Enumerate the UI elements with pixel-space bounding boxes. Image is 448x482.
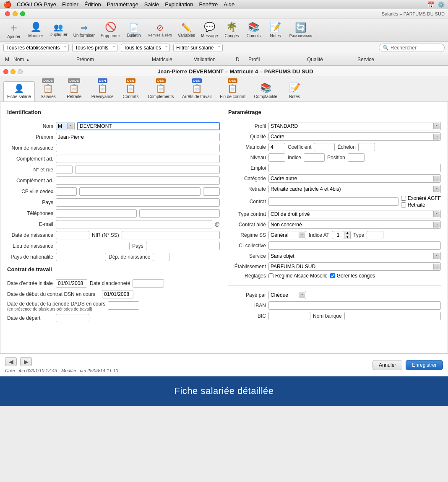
settings-icon[interactable]: ⚙️ [438,1,445,8]
tab-complements[interactable]: DSN 📋 Compléments [144,76,178,101]
tab-comptabilite[interactable]: 📚 Comptabilité [250,80,281,101]
tab-salaires[interactable]: DADS 📋 Salaires [36,76,61,101]
pays-naissance-input[interactable] [146,242,220,250]
tel1-input[interactable] [56,209,137,218]
nrue-num-input[interactable] [56,166,73,174]
pays-input[interactable] [56,198,220,207]
categorie-select[interactable]: Cadre autre [268,174,441,183]
niveau-input[interactable] [268,153,285,162]
menu-saisie[interactable]: Saisie [144,1,159,8]
date-dsn-input[interactable] [102,290,133,298]
c-collective-input[interactable] [268,241,441,250]
nationalite-input[interactable] [56,253,106,261]
service-select[interactable]: Sans objet [268,252,441,260]
tab-prevoyance[interactable]: DSN 📋 Prévoyance [88,76,117,101]
ville-input[interactable] [79,187,201,196]
complement-ad1-input[interactable] [56,155,220,163]
tel2-input[interactable] [139,209,220,218]
calendar-icon[interactable]: 📅 [427,1,434,8]
save-button[interactable]: Enregistrer [406,360,443,370]
nom-input[interactable] [77,122,220,130]
emploi-input[interactable] [268,164,441,172]
profil-select[interactable]: STANDARD [268,122,441,130]
tab-retraite[interactable]: DADS 📋 Retraite [62,76,87,101]
nrue-input[interactable] [75,166,220,174]
search-box[interactable]: 🔍 [379,44,445,52]
prenom-input[interactable] [56,133,220,141]
etablissement-param-select[interactable]: PARFUMS DU SUD [268,262,441,271]
menu-edition[interactable]: Édition [84,1,101,8]
salaries-filter[interactable]: Tous les salariés [121,44,170,52]
toolbar-variables[interactable]: ✏️ Variables [175,22,198,39]
retraite-select[interactable]: Retraite cadre (article 4 et 4bis) [268,185,441,193]
col-nom[interactable]: Nom ▲ [12,56,75,63]
toolbar-remise[interactable]: ⊘ Remise à zéro [145,22,175,38]
profil-select[interactable]: Tous les profils [72,44,117,52]
date-anciennete-input[interactable] [133,279,164,288]
tab-notes[interactable]: 📝 Notes [282,80,307,101]
bic-input[interactable] [268,312,310,320]
minimize-button[interactable] [13,11,18,16]
filtrer-filter[interactable]: Filtrer sur salarié [173,44,223,52]
matricule-input[interactable] [268,143,285,151]
cancel-button[interactable]: Annuler [372,360,402,370]
toolbar-conges[interactable]: 🌴 Congés [221,21,242,39]
menu-fenetre[interactable]: Fenêtre [199,1,218,8]
employee-close[interactable] [3,69,8,74]
toolbar-supprimer[interactable]: 🚫 Supprimer [98,21,122,39]
type-contrat-select[interactable]: CDI de droit privé [268,210,441,218]
search-input[interactable] [391,45,441,51]
toolbar-message[interactable]: 💬 Message [198,21,221,39]
cedex-input[interactable] [203,187,220,196]
nom-banque-input[interactable] [344,312,441,320]
employee-maximize[interactable] [18,69,23,74]
menu-parametrage[interactable]: Paramétrage [107,1,138,8]
lieu-naissance-input[interactable] [56,242,130,250]
filtrer-select[interactable]: Filtrer sur salarié [173,44,223,52]
exonere-agff-check[interactable] [401,196,406,201]
apple-menu[interactable]: 🍎 [3,0,12,8]
toolbar-cumuls[interactable]: 📚 Cumuls [243,21,264,39]
tab-fiche-salarie[interactable]: 👤 Fiche salarié [3,81,35,101]
paye-par-select[interactable]: Chèque [268,291,306,299]
tab-fin-contrat[interactable]: DSN 📋 Fin de contrat [216,76,249,101]
type-at-input[interactable] [367,231,383,239]
tab-contrats[interactable]: DSN 📋 Contrats [118,76,143,101]
toolbar-notes[interactable]: 📝 Notes [265,21,286,39]
toolbar-ajouter[interactable]: ＋ Ajouter [3,20,24,40]
toolbar-dupliquer[interactable]: 👥 Dupliquer [47,22,70,38]
etablissement-select[interactable]: Tous les établissements [3,44,69,52]
indice-at-input[interactable] [332,231,344,239]
toolbar-bulletin[interactable]: 📄 Bulletin [123,22,144,39]
toolbar-uniformiser[interactable]: ⇒ Uniformiser [71,22,97,39]
toolbar-modifier[interactable]: 👤 Modifier [25,21,46,39]
indice-at-up[interactable]: ▲ [344,231,350,235]
dep-naissance-input[interactable] [153,253,169,261]
tab-arrets[interactable]: DSN 📋 Arrêts de travail [178,76,215,101]
nav-next[interactable]: ▶ [20,357,32,366]
menu-fichier[interactable]: Fichier [62,1,78,8]
coefficient-input[interactable] [314,143,335,151]
date-depart-input[interactable] [56,314,89,322]
date-dads-input[interactable] [108,301,139,310]
nom-naissance-input[interactable] [56,144,220,152]
echelon-input[interactable] [358,143,375,151]
cp-input[interactable] [56,187,77,196]
gerer-conges-check[interactable] [330,273,335,278]
close-button[interactable] [5,11,10,16]
salaries-select[interactable]: Tous les salariés [121,44,170,52]
position-input[interactable] [348,153,365,162]
toolbar-paie[interactable]: 🔄 Paie inversée [287,21,315,39]
indice-input[interactable] [304,153,325,162]
etablissement-filter[interactable]: Tous les établissements [3,44,69,52]
iban-input[interactable] [268,301,441,310]
contrat-aide-select[interactable]: Non concerné [268,220,441,229]
regime-alsace-check[interactable] [268,273,273,278]
nav-prev[interactable]: ◀ [5,357,17,366]
email-input[interactable] [56,220,212,228]
retraite-check[interactable] [401,202,406,207]
menu-appname[interactable]: COGILOG Paye [17,1,56,8]
ddn-input[interactable] [56,231,89,239]
contrat-input[interactable] [268,197,399,206]
qualite-select[interactable]: Cadre [268,132,441,141]
